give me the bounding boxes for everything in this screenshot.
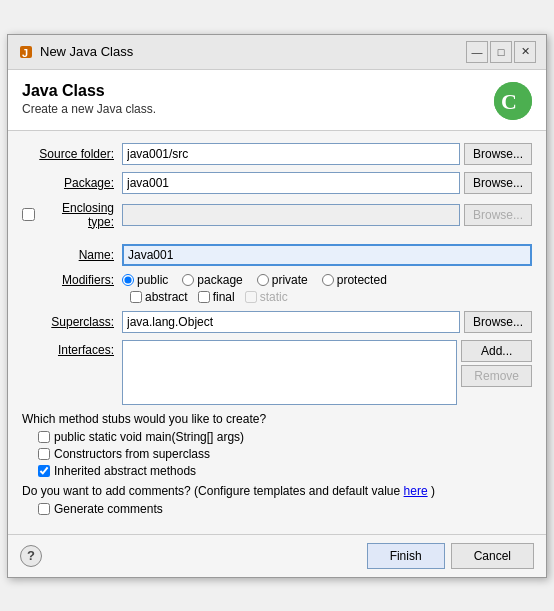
finish-button[interactable]: Finish <box>367 543 445 569</box>
form-content: Source folder: Browse... Package: Browse… <box>8 131 546 534</box>
modifier-static-checkbox[interactable] <box>245 291 257 303</box>
svg-text:J: J <box>22 47 28 59</box>
method-inherited-option[interactable]: Inherited abstract methods <box>22 464 532 478</box>
modifier-final-checkbox[interactable] <box>198 291 210 303</box>
comments-question: Do you want to add comments? (Configure … <box>22 484 400 498</box>
modifier-final-label: final <box>213 290 235 304</box>
name-label: Name: <box>22 248 122 262</box>
method-main-option[interactable]: public static void main(String[] args) <box>22 430 532 444</box>
minimize-button[interactable]: — <box>466 41 488 63</box>
interfaces-section: Interfaces: Add... Remove <box>22 340 532 405</box>
svg-text:C: C <box>501 89 517 114</box>
package-input[interactable] <box>122 172 460 194</box>
header-section: Java Class Create a new Java class. C <box>8 70 546 131</box>
method-constructors-option[interactable]: Constructors from superclass <box>22 447 532 461</box>
modifiers-options: public package private protected <box>122 273 387 287</box>
method-main-checkbox[interactable] <box>38 431 50 443</box>
method-inherited-checkbox[interactable] <box>38 465 50 477</box>
header-text: Java Class Create a new Java class. <box>22 82 156 116</box>
close-button[interactable]: ✕ <box>514 41 536 63</box>
name-row: Name: <box>22 244 532 266</box>
modifier-final-option[interactable]: final <box>198 290 235 304</box>
enclosing-type-checkbox[interactable] <box>22 208 35 221</box>
superclass-input[interactable] <box>122 311 460 333</box>
modifier-package-option[interactable]: package <box>182 273 242 287</box>
enclosing-type-row: Enclosing type: Browse... <box>22 201 532 229</box>
new-java-class-dialog: J New Java Class — □ ✕ Java Class Create… <box>7 34 547 578</box>
generate-comments-option[interactable]: Generate comments <box>22 502 532 516</box>
interfaces-label: Interfaces: <box>22 340 122 357</box>
interfaces-remove-button[interactable]: Remove <box>461 365 532 387</box>
modifier-private-label: private <box>272 273 308 287</box>
title-controls: — □ ✕ <box>466 41 536 63</box>
modifier-package-label: package <box>197 273 242 287</box>
header-title: Java Class <box>22 82 156 100</box>
modifier-private-option[interactable]: private <box>257 273 308 287</box>
package-row: Package: Browse... <box>22 172 532 194</box>
generate-comments-checkbox[interactable] <box>38 503 50 515</box>
modifier-protected-radio[interactable] <box>322 274 334 286</box>
comments-question-end: ) <box>431 484 435 498</box>
modifier-abstract-checkbox[interactable] <box>130 291 142 303</box>
modifiers-row: Modifiers: public package private protec… <box>22 273 532 287</box>
enclosing-type-input[interactable] <box>122 204 460 226</box>
package-browse-button[interactable]: Browse... <box>464 172 532 194</box>
comments-title: Do you want to add comments? (Configure … <box>22 484 532 498</box>
package-label: Package: <box>22 176 122 190</box>
method-inherited-label: Inherited abstract methods <box>54 464 196 478</box>
interfaces-buttons: Add... Remove <box>461 340 532 387</box>
modifier-public-label: public <box>137 273 168 287</box>
enclosing-type-label: Enclosing type: <box>38 201 114 229</box>
interfaces-listbox[interactable] <box>122 340 457 405</box>
method-constructors-label: Constructors from superclass <box>54 447 210 461</box>
maximize-button[interactable]: □ <box>490 41 512 63</box>
modifier-static-option[interactable]: static <box>245 290 288 304</box>
enclosing-type-browse-button[interactable]: Browse... <box>464 204 532 226</box>
cancel-button[interactable]: Cancel <box>451 543 534 569</box>
modifier-private-radio[interactable] <box>257 274 269 286</box>
source-folder-browse-button[interactable]: Browse... <box>464 143 532 165</box>
help-button[interactable]: ? <box>20 545 42 567</box>
modifier-abstract-label: abstract <box>145 290 188 304</box>
superclass-row: Superclass: Browse... <box>22 311 532 333</box>
method-stubs-section: Which method stubs would you like to cre… <box>22 412 532 478</box>
method-stubs-title: Which method stubs would you like to cre… <box>22 412 532 426</box>
modifier-static-label: static <box>260 290 288 304</box>
footer-right: Finish Cancel <box>367 543 534 569</box>
modifier-protected-label: protected <box>337 273 387 287</box>
modifiers-label: Modifiers: <box>22 273 122 287</box>
comments-section: Do you want to add comments? (Configure … <box>22 484 532 516</box>
modifier-public-option[interactable]: public <box>122 273 168 287</box>
source-folder-label: Source folder: <box>22 147 122 161</box>
modifier-public-radio[interactable] <box>122 274 134 286</box>
method-main-label: public static void main(String[] args) <box>54 430 244 444</box>
modifier-package-radio[interactable] <box>182 274 194 286</box>
modifier-protected-option[interactable]: protected <box>322 273 387 287</box>
title-text: New Java Class <box>40 44 133 59</box>
modifiers-second-row: abstract final static <box>22 290 532 304</box>
name-input[interactable] <box>122 244 532 266</box>
enclosing-type-label-area: Enclosing type: <box>22 201 122 229</box>
title-bar: J New Java Class — □ ✕ <box>8 35 546 70</box>
superclass-browse-button[interactable]: Browse... <box>464 311 532 333</box>
source-folder-input[interactable] <box>122 143 460 165</box>
generate-comments-label: Generate comments <box>54 502 163 516</box>
comments-link[interactable]: here <box>404 484 428 498</box>
dialog-footer: ? Finish Cancel <box>8 534 546 577</box>
dialog-icon: J <box>18 44 34 60</box>
modifier-abstract-option[interactable]: abstract <box>130 290 188 304</box>
footer-left: ? <box>20 545 42 567</box>
header-subtitle: Create a new Java class. <box>22 102 156 116</box>
interfaces-add-button[interactable]: Add... <box>461 340 532 362</box>
header-logo: C <box>494 82 532 120</box>
title-bar-left: J New Java Class <box>18 44 133 60</box>
method-constructors-checkbox[interactable] <box>38 448 50 460</box>
superclass-label: Superclass: <box>22 315 122 329</box>
source-folder-row: Source folder: Browse... <box>22 143 532 165</box>
